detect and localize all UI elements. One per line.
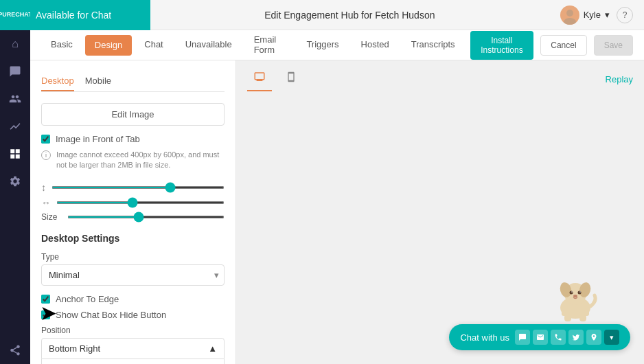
location-icon xyxy=(586,330,601,345)
user-menu[interactable]: Kyle ▾ xyxy=(560,5,610,25)
position-field: Bottom Right ▲ Bottom Left Bottom Right … xyxy=(41,338,225,364)
tab-bar: Basic Design Chat Unavailable Email Form… xyxy=(30,30,644,60)
page-title: Edit Engagement Hub for Fetch Hudson xyxy=(150,0,549,30)
status-text: Available for Chat xyxy=(36,10,111,21)
sidebar-item-chat[interactable] xyxy=(0,58,30,85)
svg-point-13 xyxy=(579,291,581,293)
size-label: Size xyxy=(41,212,62,222)
preview-toolbar: Replay xyxy=(236,60,644,98)
tab-design[interactable]: Design xyxy=(85,35,132,56)
left-panel: Desktop Mobile Edit Image Image in Front… xyxy=(30,60,236,364)
user-chevron-icon: ▾ xyxy=(605,10,610,20)
chat-widget-preview: Chat with us xyxy=(449,324,630,350)
tab-unavailable[interactable]: Unavailable xyxy=(176,30,242,60)
position-option-bottom-left[interactable]: Bottom Left xyxy=(42,359,224,364)
sub-tab-mobile[interactable]: Mobile xyxy=(85,71,111,91)
sidebar-item-widget[interactable] xyxy=(0,140,30,168)
replay-button[interactable]: Replay xyxy=(606,74,633,84)
top-header: Available for Chat Edit Engagement Hub f… xyxy=(30,0,644,30)
tab-triggers[interactable]: Triggers xyxy=(297,30,348,60)
info-icon: i xyxy=(41,150,51,160)
svg-rect-1 xyxy=(16,149,20,153)
arrow-pointer: ➤ xyxy=(40,301,57,325)
content-area: Desktop Mobile Edit Image Image in Front… xyxy=(30,60,644,364)
width-slider[interactable] xyxy=(56,201,225,204)
tab-hosted[interactable]: Hosted xyxy=(352,30,399,60)
install-instructions-button[interactable]: Install Instructions xyxy=(470,31,534,60)
main-content: Available for Chat Edit Engagement Hub f… xyxy=(30,0,644,364)
sidebar-item-share[interactable] xyxy=(0,337,30,364)
user-area: Kyle ▾ ? xyxy=(549,0,644,30)
sidebar-item-home[interactable]: ⌂ xyxy=(0,30,30,58)
image-info-row: i Image cannot exceed 400px by 600px, an… xyxy=(41,150,225,171)
sidebar-item-contacts[interactable] xyxy=(0,85,30,113)
svg-point-10 xyxy=(570,291,573,295)
sidebar-item-settings[interactable] xyxy=(0,168,30,195)
svg-rect-17 xyxy=(562,310,568,316)
svg-point-5 xyxy=(564,18,576,25)
chat-widget-label: Chat with us xyxy=(460,332,509,343)
svg-point-12 xyxy=(571,291,573,293)
svg-point-4 xyxy=(566,10,573,16)
help-button[interactable]: ? xyxy=(617,7,633,23)
mobile-preview-icon[interactable] xyxy=(280,66,302,92)
size-slider-section: ↕ ↔ Size xyxy=(41,182,225,222)
position-value: Bottom Right xyxy=(49,343,100,354)
preview-panel: Replay xyxy=(236,60,644,364)
position-dropdown: Bottom Left Bottom Right Top Left Top Ri… xyxy=(41,359,225,364)
sub-tab-desktop[interactable]: Desktop xyxy=(41,71,74,91)
desktop-preview-icon[interactable] xyxy=(247,67,272,91)
position-chevron-up-icon: ▲ xyxy=(208,343,217,354)
svg-rect-18 xyxy=(583,310,589,316)
avatar xyxy=(560,5,579,25)
cancel-button[interactable]: Cancel xyxy=(540,35,586,56)
svg-point-14 xyxy=(573,295,577,297)
anchor-edge-row: Anchor To Edge xyxy=(41,294,225,304)
email-icon xyxy=(533,330,548,345)
svg-rect-0 xyxy=(10,149,14,153)
status-bar: Available for Chat xyxy=(30,0,150,30)
tab-chat[interactable]: Chat xyxy=(135,30,172,60)
puppy-image xyxy=(548,275,603,323)
sidebar-item-analytics[interactable] xyxy=(0,113,30,140)
edit-image-button[interactable]: Edit Image xyxy=(41,103,225,126)
height-slider[interactable] xyxy=(51,186,225,189)
app-logo: PURECHAT xyxy=(0,0,30,30)
twitter-icon xyxy=(568,330,584,345)
save-button[interactable]: Save xyxy=(594,35,633,56)
tab-transcripts[interactable]: Transcripts xyxy=(402,30,465,60)
svg-rect-3 xyxy=(16,155,20,159)
image-front-row: Image in Front of Tab xyxy=(41,134,225,144)
user-name: Kyle xyxy=(584,10,601,20)
image-info-text: Image cannot exceed 400px by 600px, and … xyxy=(56,150,225,171)
chat-widget-icons: ▾ xyxy=(515,330,619,345)
tab-email-form[interactable]: Email Form xyxy=(244,30,295,60)
image-front-label: Image in Front of Tab xyxy=(56,134,140,144)
sidebar: PURECHAT ⌂ xyxy=(0,0,30,364)
type-field-label: Type xyxy=(41,252,225,262)
position-dropdown-trigger[interactable]: Bottom Right ▲ xyxy=(41,338,225,359)
show-hide-label: Show Chat Box Hide Button xyxy=(56,310,166,320)
desktop-settings-title: Desktop Settings xyxy=(41,233,225,244)
resize-horizontal-icon: ↔ xyxy=(41,197,51,208)
type-select-wrapper: Minimal Full ▾ xyxy=(41,264,225,286)
size-slider[interactable] xyxy=(67,216,225,218)
show-hide-row: Show Chat Box Hide Button xyxy=(41,310,225,320)
phone-icon xyxy=(551,330,566,345)
anchor-edge-label: Anchor To Edge xyxy=(56,294,119,304)
svg-rect-2 xyxy=(10,155,14,159)
sub-tab-bar: Desktop Mobile xyxy=(41,71,225,92)
resize-vertical-icon: ↕ xyxy=(41,182,46,193)
widget-chevron-icon: ▾ xyxy=(604,330,619,345)
svg-point-11 xyxy=(578,291,582,295)
chat-bubble-icon xyxy=(515,330,530,345)
image-front-checkbox[interactable] xyxy=(41,135,50,144)
tab-basic[interactable]: Basic xyxy=(41,30,82,60)
position-field-label: Position xyxy=(41,326,225,335)
type-select[interactable]: Minimal Full xyxy=(41,264,225,286)
